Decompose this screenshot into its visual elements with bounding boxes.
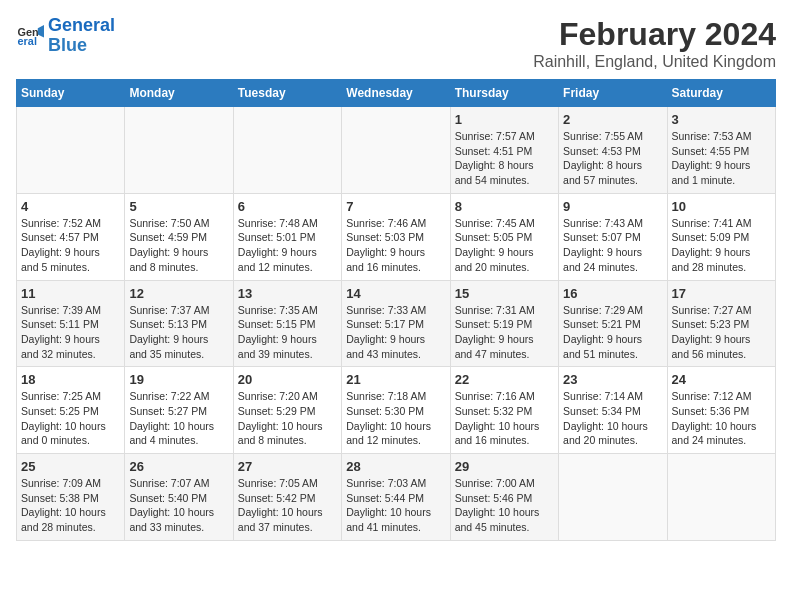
header-monday: Monday: [125, 80, 233, 107]
header-thursday: Thursday: [450, 80, 558, 107]
day-info: Sunrise: 7:46 AMSunset: 5:03 PMDaylight:…: [346, 216, 445, 275]
calendar-cell: 4Sunrise: 7:52 AMSunset: 4:57 PMDaylight…: [17, 193, 125, 280]
calendar-cell: 18Sunrise: 7:25 AMSunset: 5:25 PMDayligh…: [17, 367, 125, 454]
day-info: Sunrise: 7:12 AMSunset: 5:36 PMDaylight:…: [672, 389, 771, 448]
day-number: 7: [346, 199, 445, 214]
header-tuesday: Tuesday: [233, 80, 341, 107]
calendar-cell: [559, 454, 667, 541]
page-title: February 2024: [533, 16, 776, 53]
day-number: 14: [346, 286, 445, 301]
day-info: Sunrise: 7:43 AMSunset: 5:07 PMDaylight:…: [563, 216, 662, 275]
day-number: 13: [238, 286, 337, 301]
calendar-week-row: 1Sunrise: 7:57 AMSunset: 4:51 PMDaylight…: [17, 107, 776, 194]
day-number: 9: [563, 199, 662, 214]
calendar-cell: [342, 107, 450, 194]
day-number: 19: [129, 372, 228, 387]
calendar-cell: 23Sunrise: 7:14 AMSunset: 5:34 PMDayligh…: [559, 367, 667, 454]
day-info: Sunrise: 7:48 AMSunset: 5:01 PMDaylight:…: [238, 216, 337, 275]
header-saturday: Saturday: [667, 80, 775, 107]
day-number: 6: [238, 199, 337, 214]
day-number: 15: [455, 286, 554, 301]
calendar-cell: 27Sunrise: 7:05 AMSunset: 5:42 PMDayligh…: [233, 454, 341, 541]
calendar-cell: 26Sunrise: 7:07 AMSunset: 5:40 PMDayligh…: [125, 454, 233, 541]
day-number: 25: [21, 459, 120, 474]
day-info: Sunrise: 7:57 AMSunset: 4:51 PMDaylight:…: [455, 129, 554, 188]
calendar-cell: 21Sunrise: 7:18 AMSunset: 5:30 PMDayligh…: [342, 367, 450, 454]
svg-text:eral: eral: [18, 35, 37, 47]
calendar-cell: 5Sunrise: 7:50 AMSunset: 4:59 PMDaylight…: [125, 193, 233, 280]
day-info: Sunrise: 7:37 AMSunset: 5:13 PMDaylight:…: [129, 303, 228, 362]
calendar-cell: 17Sunrise: 7:27 AMSunset: 5:23 PMDayligh…: [667, 280, 775, 367]
day-number: 2: [563, 112, 662, 127]
calendar-table: SundayMondayTuesdayWednesdayThursdayFrid…: [16, 79, 776, 541]
logo-text: General Blue: [48, 16, 115, 56]
calendar-cell: 25Sunrise: 7:09 AMSunset: 5:38 PMDayligh…: [17, 454, 125, 541]
day-info: Sunrise: 7:14 AMSunset: 5:34 PMDaylight:…: [563, 389, 662, 448]
day-number: 17: [672, 286, 771, 301]
calendar-cell: 19Sunrise: 7:22 AMSunset: 5:27 PMDayligh…: [125, 367, 233, 454]
header-wednesday: Wednesday: [342, 80, 450, 107]
day-number: 20: [238, 372, 337, 387]
day-info: Sunrise: 7:27 AMSunset: 5:23 PMDaylight:…: [672, 303, 771, 362]
day-info: Sunrise: 7:41 AMSunset: 5:09 PMDaylight:…: [672, 216, 771, 275]
day-number: 27: [238, 459, 337, 474]
day-info: Sunrise: 7:00 AMSunset: 5:46 PMDaylight:…: [455, 476, 554, 535]
page-header: Gen eral General Blue February 2024 Rain…: [16, 16, 776, 71]
title-block: February 2024 Rainhill, England, United …: [533, 16, 776, 71]
day-number: 8: [455, 199, 554, 214]
calendar-cell: 8Sunrise: 7:45 AMSunset: 5:05 PMDaylight…: [450, 193, 558, 280]
calendar-header-row: SundayMondayTuesdayWednesdayThursdayFrid…: [17, 80, 776, 107]
day-info: Sunrise: 7:45 AMSunset: 5:05 PMDaylight:…: [455, 216, 554, 275]
day-info: Sunrise: 7:03 AMSunset: 5:44 PMDaylight:…: [346, 476, 445, 535]
day-number: 26: [129, 459, 228, 474]
day-info: Sunrise: 7:39 AMSunset: 5:11 PMDaylight:…: [21, 303, 120, 362]
calendar-cell: [233, 107, 341, 194]
calendar-cell: 29Sunrise: 7:00 AMSunset: 5:46 PMDayligh…: [450, 454, 558, 541]
day-info: Sunrise: 7:20 AMSunset: 5:29 PMDaylight:…: [238, 389, 337, 448]
calendar-week-row: 4Sunrise: 7:52 AMSunset: 4:57 PMDaylight…: [17, 193, 776, 280]
calendar-cell: 10Sunrise: 7:41 AMSunset: 5:09 PMDayligh…: [667, 193, 775, 280]
day-info: Sunrise: 7:09 AMSunset: 5:38 PMDaylight:…: [21, 476, 120, 535]
calendar-cell: 3Sunrise: 7:53 AMSunset: 4:55 PMDaylight…: [667, 107, 775, 194]
day-number: 11: [21, 286, 120, 301]
day-info: Sunrise: 7:22 AMSunset: 5:27 PMDaylight:…: [129, 389, 228, 448]
day-info: Sunrise: 7:05 AMSunset: 5:42 PMDaylight:…: [238, 476, 337, 535]
day-info: Sunrise: 7:50 AMSunset: 4:59 PMDaylight:…: [129, 216, 228, 275]
calendar-cell: 22Sunrise: 7:16 AMSunset: 5:32 PMDayligh…: [450, 367, 558, 454]
day-info: Sunrise: 7:53 AMSunset: 4:55 PMDaylight:…: [672, 129, 771, 188]
day-number: 16: [563, 286, 662, 301]
day-number: 3: [672, 112, 771, 127]
day-number: 10: [672, 199, 771, 214]
calendar-cell: 7Sunrise: 7:46 AMSunset: 5:03 PMDaylight…: [342, 193, 450, 280]
day-number: 1: [455, 112, 554, 127]
day-info: Sunrise: 7:31 AMSunset: 5:19 PMDaylight:…: [455, 303, 554, 362]
day-number: 5: [129, 199, 228, 214]
day-info: Sunrise: 7:07 AMSunset: 5:40 PMDaylight:…: [129, 476, 228, 535]
logo-icon: Gen eral: [16, 22, 44, 50]
calendar-cell: 16Sunrise: 7:29 AMSunset: 5:21 PMDayligh…: [559, 280, 667, 367]
day-info: Sunrise: 7:29 AMSunset: 5:21 PMDaylight:…: [563, 303, 662, 362]
day-number: 18: [21, 372, 120, 387]
calendar-cell: 11Sunrise: 7:39 AMSunset: 5:11 PMDayligh…: [17, 280, 125, 367]
calendar-cell: [17, 107, 125, 194]
day-number: 29: [455, 459, 554, 474]
calendar-cell: 6Sunrise: 7:48 AMSunset: 5:01 PMDaylight…: [233, 193, 341, 280]
header-friday: Friday: [559, 80, 667, 107]
calendar-week-row: 25Sunrise: 7:09 AMSunset: 5:38 PMDayligh…: [17, 454, 776, 541]
calendar-week-row: 18Sunrise: 7:25 AMSunset: 5:25 PMDayligh…: [17, 367, 776, 454]
calendar-cell: 1Sunrise: 7:57 AMSunset: 4:51 PMDaylight…: [450, 107, 558, 194]
day-number: 21: [346, 372, 445, 387]
day-info: Sunrise: 7:33 AMSunset: 5:17 PMDaylight:…: [346, 303, 445, 362]
day-info: Sunrise: 7:16 AMSunset: 5:32 PMDaylight:…: [455, 389, 554, 448]
calendar-cell: 9Sunrise: 7:43 AMSunset: 5:07 PMDaylight…: [559, 193, 667, 280]
day-info: Sunrise: 7:18 AMSunset: 5:30 PMDaylight:…: [346, 389, 445, 448]
calendar-cell: 2Sunrise: 7:55 AMSunset: 4:53 PMDaylight…: [559, 107, 667, 194]
day-info: Sunrise: 7:25 AMSunset: 5:25 PMDaylight:…: [21, 389, 120, 448]
header-sunday: Sunday: [17, 80, 125, 107]
day-number: 22: [455, 372, 554, 387]
calendar-cell: 15Sunrise: 7:31 AMSunset: 5:19 PMDayligh…: [450, 280, 558, 367]
calendar-week-row: 11Sunrise: 7:39 AMSunset: 5:11 PMDayligh…: [17, 280, 776, 367]
calendar-cell: 14Sunrise: 7:33 AMSunset: 5:17 PMDayligh…: [342, 280, 450, 367]
day-number: 28: [346, 459, 445, 474]
day-info: Sunrise: 7:55 AMSunset: 4:53 PMDaylight:…: [563, 129, 662, 188]
